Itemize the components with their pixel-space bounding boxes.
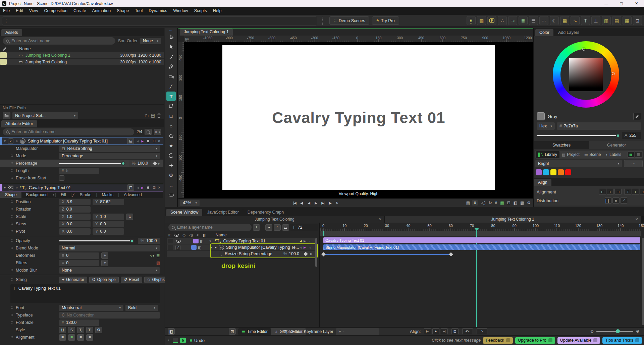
cube-icon[interactable]: ▧ [477, 16, 486, 25]
attribute-search-filter-button[interactable] [145, 129, 152, 135]
render-icon[interactable]: ▦ [500, 200, 504, 205]
percent-field[interactable]: %100.0 [138, 238, 160, 244]
rectangle-tool[interactable]: □ [166, 111, 176, 121]
lock-icon[interactable]: ⚿ [168, 233, 171, 237]
rows-icon[interactable]: ▤ [612, 16, 621, 25]
line-tool[interactable]: ╱ [166, 82, 176, 91]
palette-select[interactable]: Bright▾ [535, 160, 622, 167]
distribute-h-button[interactable]: ▏▏ [605, 197, 612, 204]
keyframe-dot[interactable] [11, 155, 13, 157]
glyphs-button[interactable]: ◇Glyphs [144, 277, 168, 283]
keyframe-dot[interactable] [11, 269, 13, 271]
tab-scene-window[interactable]: Scene Window [166, 209, 202, 216]
align-bottom-button[interactable]: ⊥ [640, 189, 644, 195]
alpha-slider[interactable] [537, 135, 619, 136]
align-text-center-button[interactable]: ≡ [68, 334, 75, 341]
hue-marker[interactable] [612, 72, 615, 75]
strikethrough-button[interactable]: S [68, 327, 75, 333]
keyframe-layer-label[interactable]: Default Keyframe Layer [289, 329, 333, 334]
minimize-button[interactable]: — [599, 0, 614, 7]
menu-window[interactable]: Window [170, 7, 191, 15]
y-field[interactable]: Y0.0 [93, 221, 124, 227]
font-family-select[interactable]: Montserrat▾ [59, 305, 123, 311]
asset-name[interactable]: Jumping Text Coloring 1 [25, 53, 70, 58]
keyframe-dot[interactable] [11, 306, 13, 309]
flatten-hierarchy-button[interactable]: ☲ [282, 224, 289, 231]
align-top-button[interactable]: ⊤ [624, 189, 631, 195]
hex-value-field[interactable]: #7a7a7a [557, 122, 641, 130]
scatter-icon[interactable]: ∴ [498, 16, 507, 25]
expand-arrow-icon[interactable]: ▾ [211, 246, 212, 249]
lock-well[interactable] [168, 239, 173, 243]
tab-library[interactable]: ▌╲Library [536, 151, 559, 158]
columns-icon[interactable]: ▥ [602, 16, 611, 25]
asset-row[interactable]: ▭Jumping Text Coloring30.00fps1920 x 108… [0, 59, 164, 65]
cube-icon[interactable]: ◇ [182, 233, 185, 237]
next-keyframe-icon[interactable]: ▶ [304, 239, 306, 243]
go-to-start-button[interactable]: |◀ [292, 201, 298, 205]
add-keyframe-diamond[interactable] [304, 252, 308, 256]
close-button[interactable]: ✕ [629, 0, 644, 7]
frames-icon[interactable]: ▤ [466, 200, 470, 205]
keyframe-dot[interactable] [11, 314, 13, 316]
align-keys-center-button[interactable]: + [432, 328, 439, 334]
hex-mode-select[interactable]: Hex▾ [537, 122, 555, 130]
text-tool[interactable]: T [166, 92, 176, 101]
dashed-arrow-icon[interactable]: ⇢ [508, 16, 517, 25]
keyframe-dot[interactable] [11, 247, 13, 249]
timeline-zoom-slider[interactable] [596, 331, 633, 332]
polygon-tool[interactable] [166, 131, 176, 140]
font-weight-select[interactable]: Bold▾ [125, 305, 158, 311]
prev-keyframe-icon[interactable]: ◀ [300, 246, 302, 249]
keyframe-dot[interactable] [11, 169, 13, 172]
demo-scenes-button[interactable]: ∷Demo Scenes [329, 16, 369, 25]
timeline-bar-string-manipulator[interactable]: String Manipulator [Cavalry Typing Text … [323, 244, 640, 250]
tab-shape[interactable]: Shape [0, 192, 21, 198]
play-button[interactable]: ▶ [313, 201, 319, 205]
eye-icon[interactable] [174, 234, 179, 237]
collapse-arrow-icon[interactable]: ▾ [4, 186, 6, 189]
select-children-button[interactable]: ∴ [274, 224, 281, 231]
layer-row-string-manipulator[interactable]: ✓ ◧ ▾ ● abc String Manipulator [Cavalry … [167, 244, 317, 250]
section-header[interactable]: ▾○⌜T⌟Cavalry Typing Text 01⊟◀▶⊡✕ [0, 184, 163, 191]
typeface-connection-field[interactable]: CNo Connection [59, 312, 160, 319]
dropdown-resize-string[interactable]: ⊟Resize String▾ [59, 146, 160, 152]
z-field[interactable]: Z0.0 [59, 206, 91, 213]
color-swatch[interactable] [565, 169, 571, 175]
list-view-button[interactable]: ☰ [635, 152, 642, 158]
menu-composition[interactable]: Composition [41, 7, 70, 15]
add-button[interactable]: + [101, 260, 108, 266]
frame-field[interactable]: F72 [290, 224, 318, 231]
tips-and-tricks-badge[interactable]: Tips and Tricks [602, 337, 642, 344]
keyframe-dot[interactable] [11, 223, 13, 225]
viewport-tab[interactable]: Jumping Text Coloring 1 [180, 28, 233, 36]
keyframe-frame-field[interactable]: F- [336, 328, 379, 335]
snap-keys-button[interactable]: ⌝▸ [477, 328, 487, 334]
project-folder-button[interactable] [3, 112, 10, 119]
next-keyframe-icon[interactable]: ▶ [310, 252, 313, 255]
keyframe-dot[interactable] [11, 321, 13, 324]
isolate-filter-button[interactable]: ◕ [265, 224, 272, 231]
align-keys-left-button[interactable]: ⊢ [424, 328, 431, 334]
enabled-checkbox[interactable]: ✓ [8, 138, 13, 144]
subscript-button[interactable]: T, [77, 327, 84, 333]
timeline-ruler[interactable]: 0102030405060708090100110120130140150 [320, 224, 641, 231]
tab-advanced[interactable]: Advanced [119, 192, 146, 198]
grid-dots-icon[interactable]: ⣿ [467, 16, 476, 25]
tab-generator[interactable]: Generator [589, 141, 644, 149]
keyframe-dot[interactable] [11, 230, 13, 232]
layer-options-icon[interactable]: ⊟ [127, 138, 134, 144]
align-left-button[interactable]: ⊢ [599, 189, 606, 195]
align-top-icon[interactable]: ⊤ [581, 16, 590, 25]
tab-background[interactable]: Background [21, 192, 52, 198]
menu-scripts[interactable]: Scripts [191, 7, 210, 15]
align-text-justify-button[interactable]: ≡ [86, 334, 93, 341]
enabled-checkbox[interactable]: ✓ [175, 245, 180, 250]
slider-track[interactable] [59, 240, 133, 241]
loop-button[interactable]: ↻ [334, 201, 340, 205]
keyframe-dot[interactable] [11, 336, 13, 338]
toolstrip-handle[interactable]: ⋯ [169, 28, 173, 32]
tab-dependency-graph[interactable]: Dependency Graph [244, 209, 288, 216]
layers-scrollbar[interactable] [315, 238, 317, 267]
layer-color-chip[interactable] [191, 245, 197, 250]
